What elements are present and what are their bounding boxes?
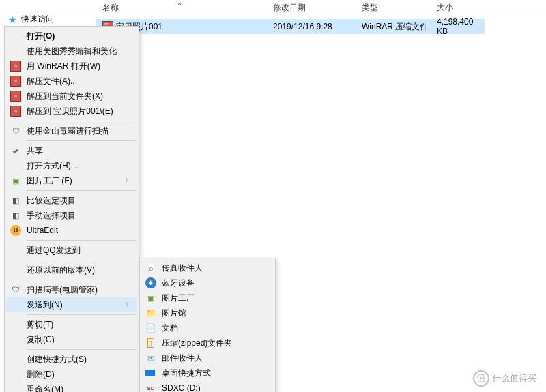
winrar-icon: [10, 91, 21, 102]
winrar-icon: [10, 61, 21, 72]
bluetooth-icon: [145, 277, 156, 288]
separator: [27, 280, 136, 280]
menu-pic-factory[interactable]: 图片工厂 (F)〉: [6, 173, 137, 188]
file-row[interactable]: 宝贝照片001 2019/12/16 9:28 WinRAR 压缩文件 4,19…: [96, 19, 485, 34]
file-size: 4,198,400 KB: [437, 17, 485, 36]
sendto-zip[interactable]: 压缩(zipped)文件夹: [141, 335, 274, 350]
menu-open[interactable]: 打开(O): [6, 29, 137, 44]
menu-share[interactable]: 共享: [6, 143, 137, 158]
sendto-fax[interactable]: 传真收件人: [141, 260, 274, 275]
documents-icon: [145, 322, 156, 333]
menu-open-with[interactable]: 打开方式(H)...: [6, 158, 137, 173]
menu-copy[interactable]: 复制(C): [6, 332, 137, 347]
shield-icon: [10, 284, 21, 295]
winrar-icon: [10, 106, 21, 117]
menu-extract-named[interactable]: 解压到 宝贝照片001\(E): [6, 104, 137, 119]
winrar-icon: [10, 76, 21, 87]
mail-icon: [145, 352, 156, 363]
pic-factory-icon: [10, 175, 21, 186]
duba-icon: [10, 125, 21, 136]
menu-send-to[interactable]: 发送到(N)〉: [6, 297, 137, 312]
menu-meitu[interactable]: 使用美图秀秀编辑和美化: [6, 44, 137, 59]
menu-extract[interactable]: 解压文件(A)...: [6, 74, 137, 89]
column-header-row: 名称 ˄ 修改日期 类型 大小: [0, 0, 546, 16]
menu-ultraedit[interactable]: UltraEdit: [6, 223, 137, 238]
quick-access-label: 快速访问: [21, 14, 54, 25]
separator: [27, 140, 136, 141]
watermark: 值 什么值得买: [473, 370, 536, 387]
sendto-pic-gallery[interactable]: 图片馆: [141, 305, 274, 320]
sendto-bluetooth[interactable]: 蓝牙设备: [141, 275, 274, 290]
share-icon: [10, 145, 21, 156]
col-date[interactable]: 修改日期: [273, 2, 355, 14]
separator: [27, 260, 136, 260]
pic-factory-icon: [145, 292, 156, 303]
separator: [27, 240, 136, 241]
sendto-desktop[interactable]: 桌面快捷方式: [141, 365, 274, 380]
sendto-documents[interactable]: 文档: [141, 320, 274, 335]
compare-icon: [10, 195, 21, 206]
separator: [27, 121, 136, 121]
separator: [27, 314, 136, 315]
menu-compare[interactable]: 比较选定项目: [6, 193, 137, 208]
sendto-submenu: 传真收件人 蓝牙设备 图片工厂 图片馆 文档 压缩(zipped)文件夹 邮件收…: [139, 258, 276, 392]
fax-icon: [145, 262, 156, 273]
menu-shortcut[interactable]: 创建快捷方式(S): [6, 352, 137, 367]
watermark-icon: 值: [473, 370, 489, 387]
desktop-icon: [145, 370, 155, 376]
menu-cut[interactable]: 剪切(T): [6, 317, 137, 332]
menu-rename[interactable]: 重命名(M): [6, 382, 137, 392]
menu-duba-scan[interactable]: 使用金山毒霸进行扫描: [6, 123, 137, 138]
context-menu: 打开(O) 使用美图秀秀编辑和美化 用 WinRAR 打开(W) 解压文件(A)…: [4, 26, 139, 392]
menu-winrar-open[interactable]: 用 WinRAR 打开(W): [6, 59, 137, 74]
sdcard-icon: [145, 382, 156, 392]
ultraedit-icon: [10, 225, 21, 236]
separator: [27, 190, 136, 191]
chevron-right-icon: 〉: [125, 300, 132, 310]
menu-qq-send[interactable]: 通过QQ发送到: [6, 243, 137, 258]
menu-extract-here[interactable]: 解压到当前文件夹(X): [6, 89, 137, 104]
sidebar-quick-access[interactable]: ★ 快速访问: [8, 14, 54, 25]
sendto-mail[interactable]: 邮件收件人: [141, 350, 274, 365]
separator: [27, 349, 136, 350]
gallery-icon: [145, 307, 156, 318]
sendto-pic-factory[interactable]: 图片工厂: [141, 290, 274, 305]
file-type: WinRAR 压缩文件: [362, 21, 428, 33]
zip-icon: [145, 337, 156, 348]
sort-indicator-icon: ˄: [177, 2, 182, 12]
sendto-sdxc[interactable]: SDXC (D:): [141, 380, 274, 392]
col-type[interactable]: 类型: [362, 2, 430, 14]
star-icon: ★: [8, 14, 17, 25]
chevron-right-icon: 〉: [125, 176, 132, 185]
col-size[interactable]: 大小: [437, 2, 491, 14]
menu-virus-scan[interactable]: 扫描病毒(电脑管家): [6, 282, 137, 297]
select-icon: [10, 210, 21, 221]
menu-delete[interactable]: 删除(D): [6, 367, 137, 382]
file-date: 2019/12/16 9:28: [273, 22, 332, 31]
watermark-text: 什么值得买: [492, 372, 536, 385]
menu-manual-select[interactable]: 手动选择项目: [6, 208, 137, 223]
col-name[interactable]: 名称: [102, 2, 273, 14]
menu-prev-versions[interactable]: 还原以前的版本(V): [6, 262, 137, 277]
